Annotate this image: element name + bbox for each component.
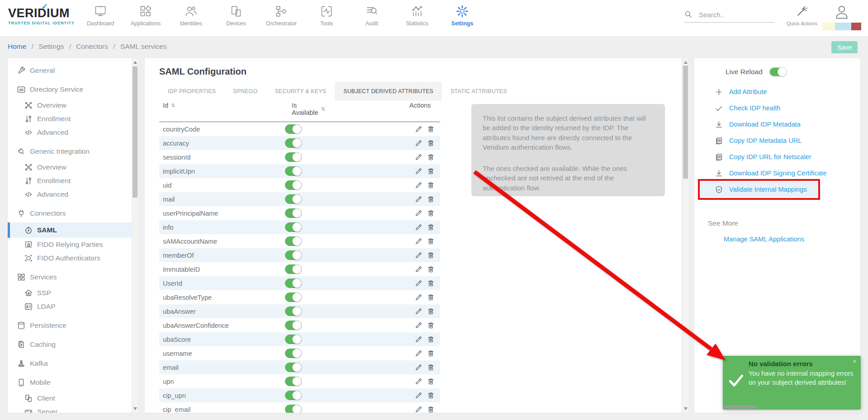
- sidebar-item[interactable]: Advanced: [8, 126, 132, 139]
- availability-toggle[interactable]: [285, 236, 302, 246]
- tab[interactable]: STATIC ATTRIBUTES: [442, 82, 516, 101]
- panel-action[interactable]: Copy IDP URL for Netscaler: [694, 149, 860, 165]
- sidebar-item[interactable]: LDAP: [8, 300, 132, 313]
- sidebar-item[interactable]: Advanced: [8, 188, 132, 201]
- sidebar-item[interactable]: Mobile: [8, 376, 132, 389]
- delete-icon[interactable]: [427, 181, 435, 189]
- panel-action[interactable]: Validate Internal Mappings: [698, 181, 820, 198]
- main-scrollbar[interactable]: [683, 58, 688, 413]
- delete-icon[interactable]: [427, 378, 435, 385]
- sidebar-item[interactable]: FIDO Authenticators: [8, 251, 132, 265]
- scroll-up-arrow[interactable]: [684, 61, 688, 64]
- sidebar-item[interactable]: Overview: [8, 160, 132, 174]
- sidebar-item[interactable]: FIDO Relying Parties: [8, 238, 132, 251]
- sidebar-item[interactable]: SAML: [8, 222, 132, 238]
- edit-icon[interactable]: [415, 181, 422, 189]
- sidebar-item[interactable]: Server: [8, 405, 132, 413]
- delete-icon[interactable]: [427, 223, 435, 231]
- edit-icon[interactable]: [415, 378, 422, 385]
- edit-icon[interactable]: [415, 251, 422, 259]
- delete-icon[interactable]: [427, 209, 435, 217]
- edit-icon[interactable]: [415, 293, 422, 301]
- availability-toggle[interactable]: [285, 194, 302, 204]
- sidebar-item[interactable]: Client: [8, 392, 132, 405]
- breadcrumb-conectors[interactable]: Conectors: [76, 42, 108, 50]
- delete-icon[interactable]: [427, 167, 435, 175]
- delete-icon[interactable]: [427, 392, 435, 399]
- delete-icon[interactable]: [427, 335, 435, 343]
- availability-toggle[interactable]: [285, 363, 302, 372]
- panel-action[interactable]: Copy IDP Metadata URL: [694, 132, 860, 149]
- availability-toggle[interactable]: [285, 138, 302, 148]
- save-button[interactable]: Save: [831, 41, 858, 53]
- live-reload-toggle[interactable]: [769, 67, 787, 77]
- edit-icon[interactable]: [415, 406, 422, 413]
- sidebar-item[interactable]: Persistence: [8, 319, 132, 332]
- availability-toggle[interactable]: [285, 124, 302, 134]
- delete-icon[interactable]: [427, 237, 435, 245]
- scroll-up-arrow[interactable]: [133, 61, 137, 64]
- availability-toggle[interactable]: [285, 335, 302, 344]
- delete-icon[interactable]: [427, 307, 435, 315]
- panel-action[interactable]: Add Attribute: [694, 84, 860, 100]
- scrollbar-thumb[interactable]: [683, 66, 688, 179]
- availability-toggle[interactable]: [285, 250, 302, 260]
- panel-action[interactable]: Check IDP health: [694, 100, 860, 116]
- sidebar-item[interactable]: General: [8, 64, 132, 77]
- delete-icon[interactable]: [427, 125, 435, 133]
- tab[interactable]: SECURITY & KEYS: [266, 82, 335, 101]
- nav-item[interactable]: Identities: [168, 3, 213, 27]
- column-header-id[interactable]: Id⇅: [163, 102, 175, 109]
- quick-actions-button[interactable]: Quick Actions: [786, 5, 818, 26]
- edit-icon[interactable]: [415, 167, 422, 175]
- availability-toggle[interactable]: [285, 180, 302, 190]
- delete-icon[interactable]: [427, 195, 435, 203]
- sidebar-item[interactable]: Generic Integration: [8, 145, 132, 158]
- nav-item[interactable]: Dashboard: [78, 3, 123, 27]
- availability-toggle[interactable]: [285, 377, 302, 386]
- breadcrumb-home[interactable]: Home: [8, 42, 26, 50]
- delete-icon[interactable]: [427, 406, 435, 413]
- sidebar-item[interactable]: Connectors: [8, 207, 132, 220]
- availability-toggle[interactable]: [285, 391, 302, 400]
- sidebar-item[interactable]: Services: [8, 270, 132, 284]
- edit-icon[interactable]: [415, 349, 422, 357]
- veridium-logo[interactable]: VERIDIUM✔ TRUSTED DIGITAL IDENTITY: [8, 6, 81, 25]
- delete-icon[interactable]: [427, 139, 435, 147]
- search-input[interactable]: [699, 11, 767, 19]
- delete-icon[interactable]: [427, 321, 435, 329]
- column-header-is-available[interactable]: Is Available⇅: [292, 102, 325, 116]
- edit-icon[interactable]: [415, 125, 422, 133]
- availability-toggle[interactable]: [285, 264, 302, 274]
- edit-icon[interactable]: [415, 195, 422, 203]
- nav-item[interactable]: Statistics: [394, 3, 440, 27]
- availability-toggle[interactable]: [285, 166, 302, 176]
- availability-toggle[interactable]: [285, 152, 302, 162]
- toast-close-icon[interactable]: ×: [853, 357, 857, 365]
- availability-toggle[interactable]: [285, 293, 302, 302]
- sidebar-item[interactable]: Enrollment: [8, 174, 132, 188]
- delete-icon[interactable]: [427, 279, 435, 287]
- nav-item[interactable]: Tools: [304, 3, 349, 27]
- availability-toggle[interactable]: [285, 222, 302, 232]
- delete-icon[interactable]: [427, 251, 435, 259]
- edit-icon[interactable]: [415, 265, 422, 273]
- manage-saml-applications-link[interactable]: Manage SAML Applications: [694, 236, 860, 243]
- scrollbar-thumb[interactable]: [133, 66, 138, 198]
- breadcrumb-settings[interactable]: Settings: [38, 42, 64, 50]
- sidebar-item[interactable]: Overview: [8, 99, 132, 112]
- delete-icon[interactable]: [427, 153, 435, 161]
- availability-toggle[interactable]: [285, 208, 302, 218]
- edit-icon[interactable]: [415, 321, 422, 329]
- edit-icon[interactable]: [415, 363, 422, 371]
- scroll-down-arrow[interactable]: [684, 407, 688, 410]
- edit-icon[interactable]: [415, 335, 422, 343]
- user-avatar[interactable]: [833, 4, 850, 21]
- availability-toggle[interactable]: [285, 278, 302, 288]
- edit-icon[interactable]: [415, 307, 422, 315]
- edit-icon[interactable]: [415, 223, 422, 231]
- nav-item[interactable]: Applications: [123, 3, 168, 27]
- tab[interactable]: SUBJECT DERIVED ATTRIBUTES: [335, 82, 442, 101]
- delete-icon[interactable]: [427, 363, 435, 371]
- nav-item[interactable]: Orchestrator: [259, 3, 304, 27]
